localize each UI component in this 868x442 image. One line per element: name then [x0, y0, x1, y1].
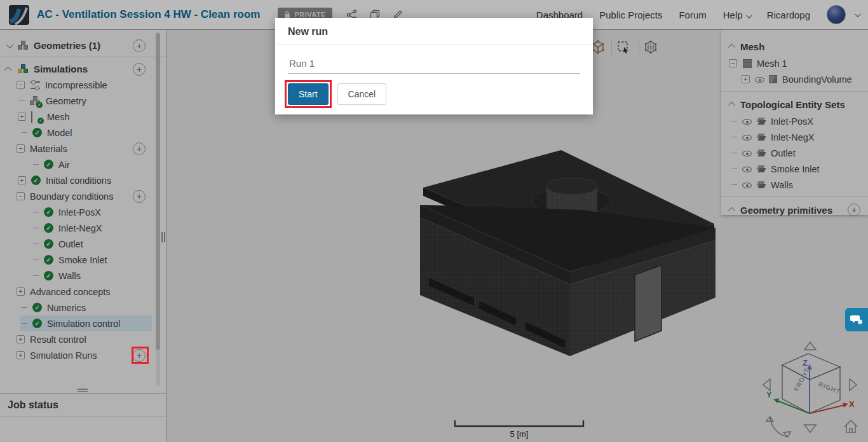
chat-bubbles-icon — [850, 314, 863, 325]
run-name-input[interactable] — [288, 55, 580, 74]
start-button-annotation: Start — [288, 83, 329, 105]
chat-widget-button[interactable] — [845, 308, 868, 331]
new-run-dialog: New run Start Cancel — [275, 18, 593, 114]
dialog-title: New run — [275, 18, 593, 45]
start-button[interactable]: Start — [288, 83, 329, 105]
cancel-button[interactable]: Cancel — [337, 83, 387, 105]
simscale-workbench: AC - Ventilation Session 4 HW - Clean ro… — [0, 0, 868, 442]
